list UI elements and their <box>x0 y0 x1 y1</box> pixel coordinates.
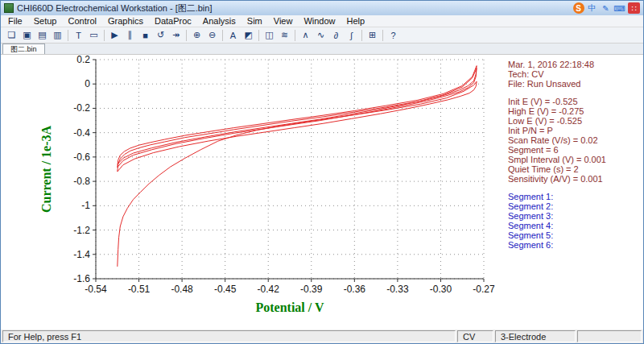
pen-icon[interactable]: ✎ <box>601 2 612 14</box>
segment-line: Segment 3: <box>508 211 642 221</box>
toolbar-separator <box>361 30 362 41</box>
timestamp: Mar. 1, 2016 22:18:48 <box>508 60 642 69</box>
peak-mark-icon[interactable]: ∧ <box>298 28 313 42</box>
menu-dataproc[interactable]: DataProc <box>149 16 197 26</box>
open-folder-icon[interactable]: ❏ <box>4 28 19 42</box>
segment-line: Segment 4: <box>508 221 642 230</box>
x-axis-title: Potential / V <box>255 300 324 314</box>
print-icon[interactable]: ▤ <box>35 28 50 42</box>
menu-control[interactable]: Control <box>62 16 101 26</box>
sogou-icon[interactable]: S <box>573 2 584 14</box>
window-title: CHI660D Electrochemical Workstation - [图… <box>17 2 573 15</box>
svg-text:-0.36: -0.36 <box>344 284 366 295</box>
svg-text:-0.42: -0.42 <box>258 284 280 295</box>
status-bar: For Help, press F1 CV 3-Electrode <box>1 329 643 343</box>
svg-text:-0.8: -0.8 <box>73 176 90 187</box>
status-electrode-mode: 3-Electrode <box>495 330 576 342</box>
segment-line: Segment 2: <box>508 201 642 211</box>
menu-setup[interactable]: Setup <box>28 16 63 26</box>
toolbar-separator <box>382 30 383 41</box>
svg-text:-1.2: -1.2 <box>73 225 90 236</box>
cv-segment-6 <box>118 66 477 164</box>
toolbar-separator <box>68 30 68 41</box>
continue-icon[interactable]: ↠ <box>168 28 184 42</box>
lang-cn-icon[interactable]: 中 <box>587 2 598 14</box>
stop-icon[interactable]: ■ <box>138 28 153 42</box>
document-tab-label: 图二.bin <box>10 44 37 55</box>
tech-line: Tech: CV <box>508 69 642 79</box>
svg-text:0.2: 0.2 <box>76 55 90 65</box>
font-icon[interactable]: A <box>225 28 241 42</box>
segment-line: Segment 5: <box>508 230 642 240</box>
param-line: Smpl Interval (V) = 0.001 <box>508 155 642 164</box>
cv-segment-2 <box>118 81 477 172</box>
menu-graphics[interactable]: Graphics <box>102 16 149 26</box>
svg-text:-1: -1 <box>81 200 90 211</box>
pause-icon[interactable]: ∥ <box>122 28 138 42</box>
toolbar-separator <box>186 30 187 41</box>
save-icon[interactable]: ▣ <box>19 28 35 42</box>
context-help-icon[interactable]: ? <box>386 28 401 42</box>
menu-view[interactable]: View <box>268 16 299 26</box>
data-table-icon[interactable]: ⊞ <box>365 28 380 42</box>
parameter-list: Init E (V) = -0.525High E (V) = -0.275Lo… <box>508 97 642 184</box>
svg-text:-0.4: -0.4 <box>73 127 90 139</box>
svg-text:-1.4: -1.4 <box>73 249 90 260</box>
app-window: CHI660D Electrochemical Workstation - [图… <box>0 0 644 344</box>
run-icon[interactable]: ▶ <box>107 28 122 42</box>
title-bar: CHI660D Electrochemical Workstation - [图… <box>1 1 643 15</box>
svg-text:-1.6: -1.6 <box>73 273 90 284</box>
copy-icon[interactable]: ▥ <box>50 28 65 42</box>
svg-text:-0.54: -0.54 <box>85 284 107 295</box>
svg-text:-0.30: -0.30 <box>430 284 452 295</box>
overlay-plot-icon[interactable]: ◫ <box>262 28 277 42</box>
menu-help[interactable]: Help <box>341 16 371 26</box>
status-empty-panel <box>577 330 642 342</box>
param-line: Quiet Time (s) = 2 <box>508 164 642 174</box>
cv-segment-4 <box>118 68 477 168</box>
input-method-bar: S中✎⌨∷ <box>573 2 640 14</box>
toolbar-separator <box>104 30 105 41</box>
parallel-plot-icon[interactable]: ≋ <box>277 28 292 42</box>
info-panel: Mar. 1, 2016 22:18:48 Tech: CV File: Run… <box>508 60 642 250</box>
spacer <box>508 89 642 97</box>
param-line: Segment = 6 <box>508 145 642 155</box>
toolbox-icon[interactable]: ∷ <box>628 2 640 14</box>
status-technique: CV <box>457 330 493 342</box>
zoom-out-icon[interactable]: ⊖ <box>204 28 220 42</box>
segment-line: Segment 1: <box>508 192 642 201</box>
reverse-scan-icon[interactable]: ↺ <box>153 28 168 42</box>
param-line: High E (V) = -0.275 <box>508 106 642 116</box>
keyboard-icon[interactable]: ⌨ <box>614 2 625 14</box>
colors-icon[interactable]: ◩ <box>241 28 256 42</box>
baseline-icon[interactable]: ∿ <box>313 28 328 42</box>
svg-text:-0.39: -0.39 <box>300 284 323 295</box>
text-tool-icon[interactable]: T <box>71 28 86 42</box>
zoom-box-icon[interactable]: ▭ <box>86 28 101 42</box>
tick-labels: -0.54-0.51-0.48-0.45-0.42-0.39-0.36-0.33… <box>73 55 495 295</box>
svg-text:-0.48: -0.48 <box>171 284 193 295</box>
menu-window[interactable]: Window <box>298 16 341 26</box>
svg-text:-0.2: -0.2 <box>73 102 90 114</box>
param-line: Low E (V) = -0.525 <box>508 116 642 126</box>
svg-text:0: 0 <box>85 78 90 89</box>
grid <box>96 60 484 279</box>
param-line: Init P/N = P <box>508 126 642 135</box>
svg-text:-0.45: -0.45 <box>214 284 237 295</box>
zoom-in-icon[interactable]: ⊕ <box>189 28 204 42</box>
param-line: Sensitivity (A/V) = 0.001 <box>508 174 642 184</box>
cv-segment-1 <box>118 81 477 267</box>
menu-sim[interactable]: Sim <box>242 16 268 26</box>
derivative-icon[interactable]: ∂ <box>328 28 344 42</box>
menu-analysis[interactable]: Analysis <box>197 16 242 26</box>
document-tab[interactable]: 图二.bin <box>2 44 45 54</box>
y-axis-title: Current / 1e-3A <box>39 125 53 213</box>
segment-line: Segment 6: <box>508 240 642 250</box>
integrate-icon[interactable]: ∫ <box>344 28 359 42</box>
spacer <box>508 184 642 192</box>
status-help-text: For Help, press F1 <box>2 330 456 342</box>
menu-file[interactable]: File <box>2 16 28 26</box>
param-line: Scan Rate (V/s) = 0.02 <box>508 135 642 145</box>
svg-text:-0.6: -0.6 <box>73 151 90 163</box>
menu-bar: FileSetupControlGraphicsDataProcAnalysis… <box>1 15 643 27</box>
